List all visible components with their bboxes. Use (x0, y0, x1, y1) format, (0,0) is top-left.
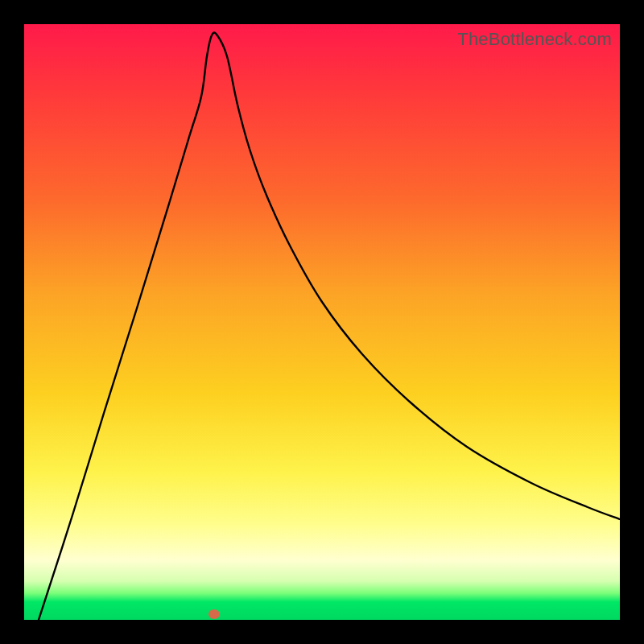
bottleneck-curve (24, 24, 620, 620)
curve-path (39, 32, 620, 620)
plot-area: TheBottleneck.com (24, 24, 620, 620)
chart-frame: TheBottleneck.com (0, 0, 644, 644)
optimum-marker (208, 609, 220, 619)
